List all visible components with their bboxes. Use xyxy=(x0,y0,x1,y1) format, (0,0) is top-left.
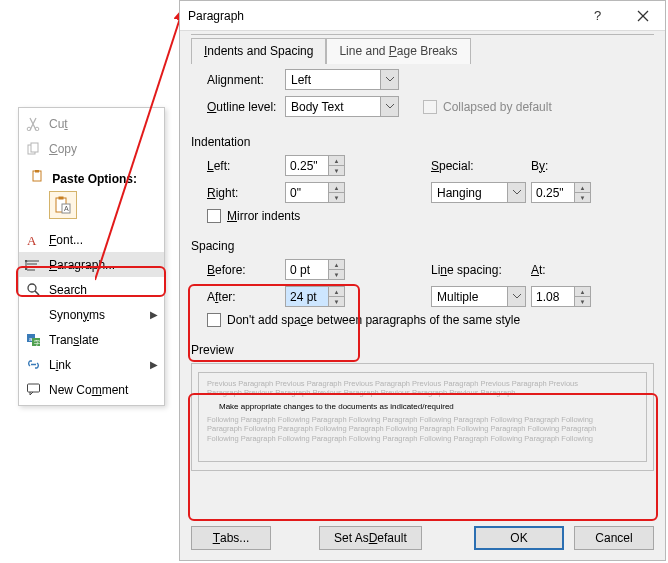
after-value: 24 pt xyxy=(286,287,328,306)
ctx-paste-options-row: A xyxy=(19,189,164,227)
preview-foll3: Following Paragraph Following Paragraph … xyxy=(207,434,638,443)
svg-rect-7 xyxy=(59,197,64,200)
indent-left-spinner[interactable]: 0.25" ▲▼ xyxy=(285,155,345,176)
svg-rect-5 xyxy=(35,170,39,173)
alignment-label: Alignment: xyxy=(207,73,285,87)
paragraph-dialog: Paragraph ? Indents and Spacing Line and… xyxy=(179,0,666,561)
link-icon xyxy=(23,355,43,375)
dont-add-space-checkbox[interactable] xyxy=(207,313,221,327)
after-spinner[interactable]: 24 pt ▲▼ xyxy=(285,286,345,307)
ctx-cut-label: Cut xyxy=(49,117,158,131)
font-icon: A xyxy=(23,230,43,250)
ctx-link[interactable]: Link ▶ xyxy=(19,352,164,377)
collapsed-label: Collapsed by default xyxy=(443,100,552,114)
alignment-value: Left xyxy=(291,73,380,87)
by-value: 0.25" xyxy=(532,183,574,202)
line-spacing-value: Multiple xyxy=(437,290,507,304)
before-label: Before: xyxy=(207,263,285,277)
spin-buttons[interactable]: ▲▼ xyxy=(574,183,590,202)
ctx-cut[interactable]: Cut xyxy=(19,111,164,136)
ok-button[interactable]: OK xyxy=(474,526,564,550)
ctx-paste-header-label: Paste Options: xyxy=(52,172,137,186)
preview-foll2: Paragraph Following Paragraph Following … xyxy=(207,424,638,433)
spin-buttons[interactable]: ▲▼ xyxy=(328,287,344,306)
ctx-new-comment-label: New Comment xyxy=(49,383,158,397)
synonyms-icon xyxy=(23,305,43,325)
svg-text:A: A xyxy=(27,233,37,248)
spin-buttons[interactable]: ▲▼ xyxy=(328,156,344,175)
indentation-header: Indentation xyxy=(191,135,654,149)
dialog-title: Paragraph xyxy=(188,9,575,23)
spin-buttons[interactable]: ▲▼ xyxy=(574,287,590,306)
dont-add-space-label: Don't add space between paragraphs of th… xyxy=(227,313,520,327)
spin-buttons[interactable]: ▲▼ xyxy=(328,183,344,202)
svg-text:A: A xyxy=(64,205,69,212)
outline-level-select[interactable]: Body Text xyxy=(285,96,399,117)
ctx-synonyms-label: Synonyms xyxy=(49,308,148,322)
clipboard-icon xyxy=(27,166,47,186)
tab-line-page-breaks[interactable]: Line and Page Breaks xyxy=(326,38,470,64)
chevron-down-icon xyxy=(507,287,525,306)
chevron-right-icon: ▶ xyxy=(148,359,158,370)
ctx-translate[interactable]: a字 Translate xyxy=(19,327,164,352)
spin-buttons[interactable]: ▲▼ xyxy=(328,260,344,279)
ctx-link-label: Link xyxy=(49,358,148,372)
ctx-paragraph[interactable]: Paragraph... xyxy=(19,252,164,277)
close-icon xyxy=(637,10,649,22)
ctx-copy[interactable]: Copy xyxy=(19,136,164,161)
indent-right-label: Right: xyxy=(207,186,285,200)
special-value: Hanging xyxy=(437,186,507,200)
svg-rect-3 xyxy=(31,143,38,152)
mirror-indents-label: Mirror indents xyxy=(227,209,300,223)
tabs-button[interactable]: Tabs... xyxy=(191,526,271,550)
svg-point-15 xyxy=(28,284,36,292)
ctx-font[interactable]: A Font... xyxy=(19,227,164,252)
tab-underline xyxy=(191,34,654,35)
chevron-right-icon: ▶ xyxy=(148,309,158,320)
outline-level-label: Outline level: xyxy=(207,100,285,114)
at-spinner[interactable]: 1.08 ▲▼ xyxy=(531,286,591,307)
before-spinner[interactable]: 0 pt ▲▼ xyxy=(285,259,345,280)
preview-foll1: Following Paragraph Following Paragraph … xyxy=(207,415,638,424)
paste-keep-source-button[interactable]: A xyxy=(49,191,77,219)
special-label: Special: xyxy=(431,159,531,173)
preview-prev1: Previous Paragraph Previous Paragraph Pr… xyxy=(207,379,638,388)
line-spacing-label: Line spacing: xyxy=(431,263,531,277)
by-spinner[interactable]: 0.25" ▲▼ xyxy=(531,182,591,203)
ctx-synonyms[interactable]: Synonyms ▶ xyxy=(19,302,164,327)
preview-box: Previous Paragraph Previous Paragraph Pr… xyxy=(191,363,654,471)
svg-line-16 xyxy=(35,291,39,295)
close-button[interactable] xyxy=(620,1,665,31)
ctx-search[interactable]: Search xyxy=(19,277,164,302)
preview-header: Preview xyxy=(191,343,654,357)
help-button[interactable]: ? xyxy=(575,1,620,31)
tab-indents-spacing[interactable]: Indents and Spacing xyxy=(191,38,326,64)
mirror-indents-checkbox[interactable] xyxy=(207,209,221,223)
chevron-down-icon xyxy=(380,70,398,89)
titlebar: Paragraph ? xyxy=(180,1,665,31)
svg-rect-21 xyxy=(27,384,39,392)
preview-sample-text: Make appropriate changes to the document… xyxy=(207,402,638,411)
dialog-footer: Tabs... Set As Default OK Cancel xyxy=(191,526,654,550)
ctx-search-label: Search xyxy=(49,283,158,297)
after-label: After: xyxy=(207,290,285,304)
indent-left-value: 0.25" xyxy=(286,156,328,175)
preview-prev2: Paragraph Previous Paragraph Previous Pa… xyxy=(207,388,638,397)
line-spacing-select[interactable]: Multiple xyxy=(431,286,526,307)
ctx-paragraph-label: Paragraph... xyxy=(49,258,158,272)
indent-right-spinner[interactable]: 0" ▲▼ xyxy=(285,182,345,203)
cut-icon xyxy=(23,114,43,134)
ctx-new-comment[interactable]: New Comment xyxy=(19,377,164,402)
dialog-body: General Alignment: Left Outline level: B… xyxy=(191,39,654,512)
cancel-button[interactable]: Cancel xyxy=(574,526,654,550)
collapsed-checkbox xyxy=(423,100,437,114)
at-label: At: xyxy=(531,263,566,277)
set-as-default-button[interactable]: Set As Default xyxy=(319,526,422,550)
ctx-translate-label: Translate xyxy=(49,333,158,347)
translate-icon: a字 xyxy=(23,330,43,350)
special-select[interactable]: Hanging xyxy=(431,182,526,203)
context-menu: Cut Copy Paste Options: A A Font... Para… xyxy=(18,107,165,406)
alignment-select[interactable]: Left xyxy=(285,69,399,90)
by-label: By: xyxy=(531,159,566,173)
at-value: 1.08 xyxy=(532,287,574,306)
